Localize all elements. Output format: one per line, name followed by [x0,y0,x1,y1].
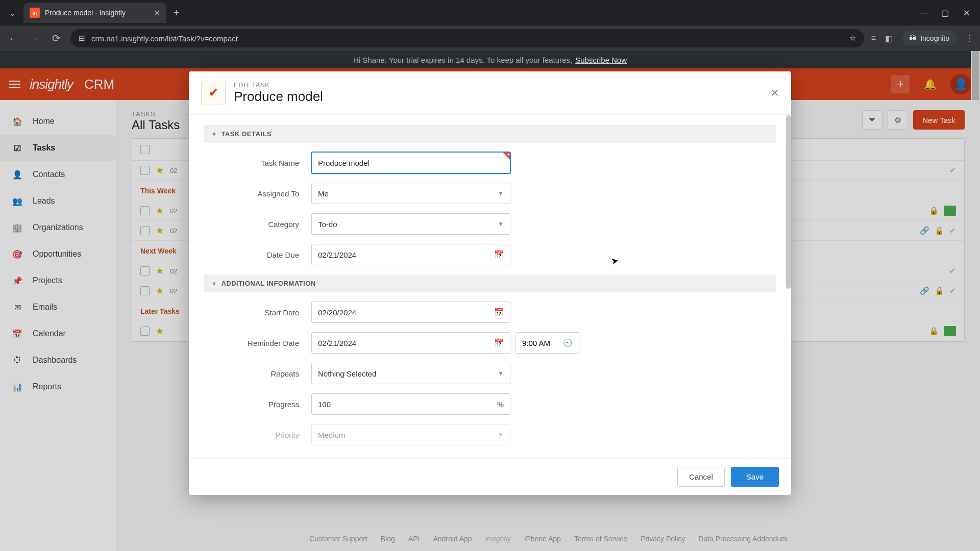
chevron-down-icon: ▼ [498,220,504,228]
incognito-label: Incognito [920,34,949,42]
browser-toolbar: ← → ⟳ ⊟ crm.na1.insightly.com/list/Task/… [0,26,980,51]
percent-icon: % [497,400,504,409]
maximize-icon[interactable]: ▢ [941,8,949,18]
start-date-label: Start Date [204,308,311,317]
tab-title: Produce model - Insightly [45,9,149,17]
input-value: 02/20/2024 [318,308,356,317]
incognito-icon: 🕶 [909,34,916,42]
save-button[interactable]: Save [731,467,779,487]
select-value: To-do [318,220,337,229]
select-value: Nothing Selected [318,369,376,378]
chevron-down-icon: ▼ [211,131,217,137]
task-name-input[interactable]: Produce model [311,152,510,173]
clock-icon[interactable]: 🕘 [563,338,573,347]
task-name-label: Task Name [204,159,311,167]
section-label: ADDITIONAL INFORMATION [221,280,315,287]
reminder-time-input[interactable]: 9:00 AM🕘 [516,332,579,354]
calendar-icon[interactable]: 📅 [494,338,504,347]
side-panel-icon[interactable]: ◧ [885,34,893,43]
input-value: 9:00 AM [522,339,550,347]
bookmark-star-icon[interactable]: ☆ [849,34,856,43]
modal-close-icon[interactable]: × [771,85,779,101]
forward-icon[interactable]: → [28,33,42,44]
calendar-icon[interactable]: 📅 [494,250,504,259]
select-value: Me [318,189,329,198]
modal-subtitle: EDIT TASK [234,81,323,89]
input-value: Produce model [318,159,370,167]
modal-header: EDIT TASK Produce model × [189,71,791,115]
chevron-down-icon: ▼ [498,370,504,377]
back-icon[interactable]: ← [6,33,20,44]
priority-select[interactable]: Medium▼ [311,424,510,445]
tab-favicon: in [30,8,40,18]
category-select[interactable]: To-do▼ [311,213,510,235]
progress-input[interactable]: 100% [311,393,510,415]
edit-task-modal: EDIT TASK Produce model × ▼TASK DETAILS … [189,71,791,495]
active-tab[interactable]: in Produce model - Insightly ✕ [23,3,166,23]
priority-label: Priority [204,431,311,439]
category-label: Category [204,220,311,229]
modal-overlay[interactable]: EDIT TASK Produce model × ▼TASK DETAILS … [0,51,980,551]
input-value: 02/21/2024 [318,251,356,259]
tab-search-dropdown[interactable]: ⌄ [5,6,19,20]
tab-close-icon[interactable]: ✕ [154,8,160,18]
required-indicator [503,153,510,160]
section-label: TASK DETAILS [221,130,272,138]
address-bar[interactable]: ⊟ crm.na1.insightly.com/list/Task/?v=com… [70,29,864,47]
window-controls: — ▢ ✕ [919,8,975,18]
input-value: 100 [318,400,331,409]
input-value: 02/21/2024 [318,339,356,347]
date-due-input[interactable]: 02/21/2024📅 [311,244,510,265]
repeats-select[interactable]: Nothing Selected▼ [311,363,510,384]
reload-icon[interactable]: ⟳ [49,32,63,44]
assigned-to-select[interactable]: Me▼ [311,183,510,204]
new-tab-button[interactable]: + [174,7,180,19]
chevron-down-icon: ▼ [498,431,504,438]
date-due-label: Date Due [204,251,311,259]
site-settings-icon[interactable]: ⊟ [79,34,85,43]
app-viewport: Hi Shane. Your trial expires in 14 days.… [0,51,980,551]
close-window-icon[interactable]: ✕ [963,8,970,18]
chevron-down-icon: ▼ [211,281,217,287]
url-text: crm.na1.insightly.com/list/Task/?v=compa… [91,34,238,43]
minimize-icon[interactable]: — [919,8,927,18]
reminder-date-input[interactable]: 02/21/2024📅 [311,332,510,354]
start-date-input[interactable]: 02/20/2024📅 [311,302,510,323]
task-icon [201,81,226,105]
select-value: Medium [318,431,345,439]
modal-title: Produce model [234,89,323,105]
assigned-to-label: Assigned To [204,189,311,198]
reminder-date-label: Reminder Date [204,339,311,347]
modal-body: ▼TASK DETAILS Task Name Produce model As… [189,115,791,458]
repeats-label: Repeats [204,369,311,378]
progress-label: Progress [204,400,311,409]
extensions-icon[interactable]: ≡ [871,34,876,43]
section-additional-info[interactable]: ▼ADDITIONAL INFORMATION [204,274,776,292]
chevron-down-icon: ▼ [498,190,504,197]
modal-scrollbar[interactable] [786,115,791,289]
browser-menu-icon[interactable]: ⋮ [966,34,974,43]
incognito-indicator[interactable]: 🕶 Incognito [902,31,957,45]
calendar-icon[interactable]: 📅 [494,308,504,317]
section-task-details[interactable]: ▼TASK DETAILS [204,125,776,143]
modal-footer: Cancel Save [189,458,791,495]
cancel-button[interactable]: Cancel [677,467,725,487]
browser-tab-strip: ⌄ in Produce model - Insightly ✕ + — ▢ ✕ [0,0,980,26]
